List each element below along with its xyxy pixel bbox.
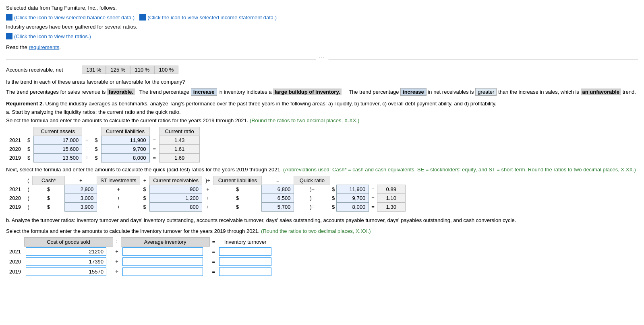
quick-ratio-table: ( Cash* + ST investments + Current recei…	[6, 176, 406, 212]
accounts-receivable-trend: Accounts receivable, net 131 % 125 % 110…	[6, 66, 638, 74]
trend-pct-1: 131 %	[82, 66, 106, 74]
cr-cell: 6,500	[262, 194, 294, 203]
balance-sheet-link[interactable]: (Click the icon to view selected balance…	[6, 14, 135, 22]
avg-inventory-input[interactable]	[122, 267, 203, 276]
ratio-cell: 1.61	[159, 145, 200, 154]
trend-question: Is the trend in each of these areas favo…	[6, 79, 638, 85]
table-row: 2021 $ 17,000 ÷ $ 11,900 = 1.43	[6, 136, 200, 145]
divider-dots: ···	[316, 55, 328, 60]
year-cell: 2021	[6, 246, 24, 257]
ratio-cell: 1.43	[159, 136, 200, 145]
section-b-text: b. Analyze the turnover ratios: inventor…	[6, 216, 638, 225]
increase1-highlight: increase	[191, 88, 217, 96]
trend-percentages: 131 % 125 % 110 % 100 %	[82, 66, 178, 74]
income-statement-icon	[139, 14, 146, 21]
cash-cell: 3,900	[65, 203, 97, 212]
ratios-link-line: (Click the icon to view the ratios.)	[6, 33, 638, 42]
table-row: 2019 $ 13,500 ÷ $ 8,000 = 1.69	[6, 154, 200, 162]
col-header-assets: Current assets	[34, 127, 82, 136]
quick-ratio-cell: 1.10	[377, 194, 405, 203]
ratio-cell: 1.69	[159, 154, 200, 162]
st-cell: 1,200	[150, 194, 202, 203]
st-cell: 800	[150, 203, 202, 212]
year-cell: 2020	[6, 194, 24, 203]
cr-cell: 6,800	[262, 185, 294, 194]
col-header-st: ST investments	[97, 176, 140, 185]
ratios-link[interactable]: (Click the icon to view the ratios.)	[6, 33, 91, 41]
st-cell: 900	[150, 185, 202, 194]
assets-cell: 17,000	[34, 136, 82, 145]
ratios-icon	[6, 33, 12, 39]
table-row: 2020 $ 15,600 ÷ $ 9,700 = 1.61	[6, 145, 200, 154]
assets-cell: 15,600	[34, 145, 82, 154]
year-cell: 2021	[6, 185, 24, 194]
col-header-inv-turnover: Inventory turnover	[217, 237, 273, 246]
intro-section: Selected data from Tang Furniture, Inc.,…	[6, 4, 638, 51]
intro-line2: Industry averages have been gathered for…	[6, 23, 638, 31]
instruction2: Next, select the formula and enter the a…	[6, 167, 638, 173]
intro-line1: Selected data from Tang Furniture, Inc.,…	[6, 4, 638, 12]
liabilities-cell: 8,000	[101, 154, 149, 162]
year-cell: 2019	[6, 267, 24, 277]
table-row: 2019 ( $ 3,900 + $ 800 + $ 5,700 )÷ $ 8,…	[6, 203, 405, 212]
liabilities-cell: 9,700	[101, 145, 149, 154]
quick-ratio-cell: 0.89	[377, 185, 405, 194]
inventory-turnover-table: Cost of goods sold ÷ Average inventory =…	[6, 237, 273, 277]
col-header-liabilities: Current liabilities	[101, 127, 149, 136]
read-requirements: Read the requirements.	[6, 43, 638, 51]
col-header-quick-ratio: Quick ratio	[294, 176, 330, 185]
intro-links-line: (Click the icon to view selected balance…	[6, 14, 638, 22]
year-cell: 2020	[6, 145, 24, 154]
cogs-input[interactable]	[26, 257, 106, 266]
balance-sheet-icon	[6, 14, 12, 21]
instruction1: Select the formula and enter the amounts…	[6, 117, 638, 123]
cr-cell: 5,700	[262, 203, 294, 212]
instruction3: Select the formula and enter the amounts…	[6, 228, 638, 234]
cl-cell: 8,000	[337, 203, 369, 212]
trend-pct-3: 110 %	[130, 66, 154, 74]
table-row: 2021 ( $ 2,900 + $ 900 + $ 6,800 )÷ $ 11…	[6, 185, 405, 194]
col-header-cr: Current receivables	[150, 176, 202, 185]
current-ratio-table: Current assets Current liabilities Curre…	[6, 127, 200, 162]
col-header-avg-inv: Average inventory	[121, 237, 209, 246]
col-header-cogs: Cost of goods sold	[24, 237, 113, 246]
inventory-turnover-result[interactable]	[219, 247, 271, 256]
unfavorable-highlight: an unfavorable	[581, 88, 621, 95]
trend-answer: The trend percentages for sales revenue …	[6, 88, 638, 97]
increase2-highlight: increase	[400, 88, 427, 96]
col-header-cash: Cash*	[33, 176, 65, 185]
cash-cell: 2,900	[65, 185, 97, 194]
qr-paren-header: (	[24, 176, 33, 185]
table-row: 2020 ( $ 3,000 + $ 1,200 + $ 6,500 )÷ $ …	[6, 194, 405, 203]
table-row: 2021 ÷ =	[6, 246, 273, 257]
year-cell: 2021	[6, 136, 24, 145]
assets-cell: 13,500	[34, 154, 82, 162]
inventory-turnover-result[interactable]	[219, 267, 271, 276]
table-row: 2019 ÷ =	[6, 267, 273, 277]
avg-inventory-input[interactable]	[122, 257, 203, 266]
greater-highlight: greater	[475, 88, 497, 96]
section-a-label: a. Start by analyzing the liquidity rati…	[6, 109, 638, 115]
col-header-current-ratio: Current ratio	[159, 127, 200, 136]
requirements-link[interactable]: requirements	[29, 44, 59, 50]
income-statement-link[interactable]: (Click the icon to view selected income …	[139, 14, 277, 22]
col-header-cl: Current liabilities	[213, 176, 262, 185]
table-row: 2020 ÷ =	[6, 257, 273, 267]
trend-pct-4: 100 %	[154, 66, 178, 74]
cogs-input[interactable]	[26, 267, 106, 276]
cl-cell: 9,700	[337, 194, 369, 203]
trend-pct-2: 125 %	[106, 66, 130, 74]
cash-cell: 3,000	[65, 194, 97, 203]
quick-ratio-cell: 1.30	[377, 203, 405, 212]
year-cell: 2019	[6, 154, 24, 162]
avg-inventory-input[interactable]	[122, 247, 203, 256]
ar-label: Accounts receivable, net	[6, 67, 79, 73]
liabilities-cell: 11,900	[101, 136, 149, 145]
large-buildup-highlight: large buildup of inventory.	[273, 88, 342, 95]
cl-cell: 11,900	[337, 185, 369, 194]
inventory-turnover-result[interactable]	[219, 257, 271, 266]
cogs-input[interactable]	[26, 247, 106, 256]
req2-header: Requirement 2. Using the industry averag…	[6, 101, 638, 107]
year-cell: 2019	[6, 203, 24, 212]
year-cell: 2020	[6, 257, 24, 267]
